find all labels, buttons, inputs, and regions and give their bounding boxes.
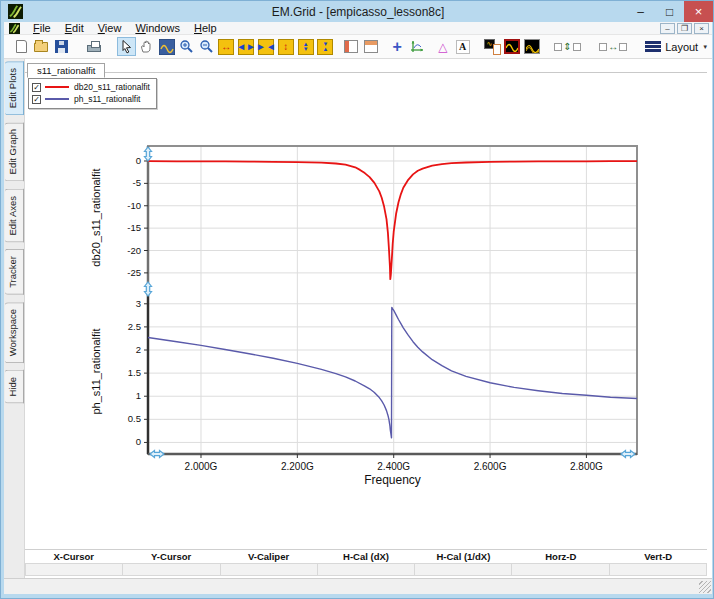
svg-text:0.5: 0.5 — [128, 413, 141, 424]
svg-text:3: 3 — [136, 298, 141, 309]
v-shrink-icon[interactable]: ▼▲ — [316, 37, 335, 56]
h-fit-icon[interactable]: ◄► — [237, 37, 256, 56]
header-h-cal-dx: H-Cal (dX) — [317, 551, 414, 562]
zoom-in-icon[interactable] — [177, 37, 196, 56]
menu-edit[interactable]: Edit — [58, 22, 91, 34]
svg-text:2.000G: 2.000G — [185, 461, 218, 472]
mdi-close-button[interactable]: × — [694, 23, 709, 34]
svg-text:-20: -20 — [127, 245, 141, 256]
left-panel-icon[interactable] — [342, 37, 361, 56]
svg-text:ph_s11_rationalfit: ph_s11_rationalfit — [90, 328, 102, 414]
text-tool-icon[interactable]: A — [453, 37, 472, 56]
header-y-cursor: Y-Cursor — [122, 551, 219, 562]
h-expand-icon[interactable]: ↔ — [217, 37, 236, 56]
layout-label: Layout — [665, 41, 698, 53]
sidebar: Edit Plots Edit Graph Edit Axes Tracker … — [4, 59, 25, 578]
triangle-marker-icon[interactable]: △ — [433, 37, 452, 56]
new-file-icon[interactable] — [12, 37, 31, 56]
toolbar: ↔ ◄► ►◄ ↕ ▲▼ ▼▲ + △ A ∿ ⇕ ↔ Layout — [4, 35, 712, 59]
app-logo-icon-small — [9, 23, 20, 34]
axes-icon[interactable] — [407, 37, 426, 56]
main-area: Edit Plots Edit Graph Edit Axes Tracker … — [4, 59, 712, 578]
menu-view[interactable]: View — [91, 22, 129, 34]
zoom-out-icon[interactable] — [197, 37, 216, 56]
v-expand-icon[interactable]: ↕ — [276, 37, 295, 56]
cursor-table-values — [25, 563, 707, 576]
svg-text:1.5: 1.5 — [128, 367, 141, 378]
statusbar — [4, 578, 712, 594]
window-title: EM.Grid - [empicasso_lesson8c] — [1, 5, 714, 19]
svg-text:-10: -10 — [127, 200, 141, 211]
close-button[interactable]: × — [684, 1, 713, 22]
titlebar: EM.Grid - [empicasso_lesson8c] – □ × — [1, 1, 714, 22]
svg-text:0: 0 — [136, 155, 141, 166]
h-shrink-icon[interactable]: ►◄ — [256, 37, 275, 56]
h-autoscale-icon[interactable]: ↔ — [596, 37, 630, 56]
menubar: File Edit View Windows Help – ❐ × — [4, 22, 712, 35]
value-cell — [123, 563, 220, 576]
svg-text:2.400G: 2.400G — [377, 461, 410, 472]
sidebar-tab-edit-plots[interactable]: Edit Plots — [5, 61, 24, 115]
top-panel-icon[interactable] — [362, 37, 381, 56]
maximize-button[interactable]: □ — [655, 1, 684, 22]
menu-windows[interactable]: Windows — [128, 22, 187, 34]
app-window: EM.Grid - [empicasso_lesson8c] – □ × Fil… — [0, 0, 714, 599]
menu-file[interactable]: File — [26, 22, 58, 34]
sidebar-tab-workspace[interactable]: Workspace — [5, 302, 24, 363]
sidebar-tab-tracker[interactable]: Tracker — [5, 249, 24, 295]
header-h-cal-1dx: H-Cal (1/dX) — [415, 551, 512, 562]
legend-line-sample — [45, 86, 69, 88]
svg-text:2.600G: 2.600G — [474, 461, 507, 472]
value-cell — [318, 563, 415, 576]
legend-label: ph_s11_rationalfit — [74, 94, 140, 104]
legend-item: ✓ db20_s11_rationalfit — [32, 81, 150, 93]
value-cell — [221, 563, 318, 576]
mdi-minimize-button[interactable]: – — [660, 23, 675, 34]
value-cell — [415, 563, 512, 576]
chevron-down-icon: ▼ — [702, 44, 708, 50]
legend-checkbox[interactable]: ✓ — [32, 83, 41, 92]
print-icon[interactable] — [85, 37, 104, 56]
plot-dark-icon[interactable] — [503, 37, 522, 56]
crosshair-icon[interactable]: + — [388, 37, 407, 56]
plot-legend: ✓ db20_s11_rationalfit ✓ ph_s11_rational… — [28, 78, 157, 109]
svg-text:2.5: 2.5 — [128, 321, 141, 332]
svg-text:2.200G: 2.200G — [281, 461, 314, 472]
zoom-box-icon[interactable] — [157, 37, 176, 56]
pointer-tool-icon[interactable] — [117, 37, 136, 56]
svg-text:1: 1 — [136, 390, 141, 401]
v-fit-icon[interactable]: ▲▼ — [296, 37, 315, 56]
copy-plot-icon[interactable]: ∿ — [483, 37, 502, 56]
legend-checkbox[interactable]: ✓ — [32, 95, 41, 104]
layout-dropdown[interactable]: Layout ▼ — [641, 39, 712, 55]
legend-label: db20_s11_rationalfit — [74, 82, 150, 92]
document-tabstrip: s11_rationalfit — [25, 59, 707, 73]
plot-multi-icon[interactable] — [523, 37, 542, 56]
value-cell — [512, 563, 609, 576]
svg-text:db20_s11_rationalfit: db20_s11_rationalfit — [90, 168, 102, 266]
header-vert-d: Vert-D — [610, 551, 707, 562]
header-x-cursor: X-Cursor — [25, 551, 122, 562]
header-v-caliper: V-Caliper — [220, 551, 317, 562]
plot-canvas[interactable]: 0-5-10-15-20-2532.521.510.502.000G2.200G… — [25, 59, 707, 564]
plot-document: s11_rationalfit 0-5-10-15-20-2532.521.51… — [25, 59, 707, 578]
open-file-icon[interactable] — [32, 37, 51, 56]
pan-tool-icon[interactable] — [137, 37, 156, 56]
value-cell — [610, 563, 707, 576]
document-tab[interactable]: s11_rationalfit — [27, 63, 105, 78]
legend-line-sample — [45, 98, 69, 100]
header-horz-d: Horz-D — [512, 551, 609, 562]
layout-icon — [645, 41, 661, 52]
menu-help[interactable]: Help — [187, 22, 224, 34]
sidebar-tab-edit-axes[interactable]: Edit Axes — [5, 189, 24, 243]
svg-text:Frequency: Frequency — [364, 473, 421, 487]
mdi-restore-button[interactable]: ❐ — [677, 23, 692, 34]
sidebar-tab-hide[interactable]: Hide — [5, 370, 24, 404]
v-autoscale-icon[interactable]: ⇕ — [553, 37, 583, 56]
minimize-button[interactable]: – — [626, 1, 655, 22]
svg-text:2.800G: 2.800G — [570, 461, 603, 472]
sidebar-tab-edit-graph[interactable]: Edit Graph — [5, 122, 24, 181]
save-icon[interactable] — [52, 37, 71, 56]
svg-text:-15: -15 — [127, 222, 141, 233]
resize-grip[interactable] — [699, 581, 711, 593]
